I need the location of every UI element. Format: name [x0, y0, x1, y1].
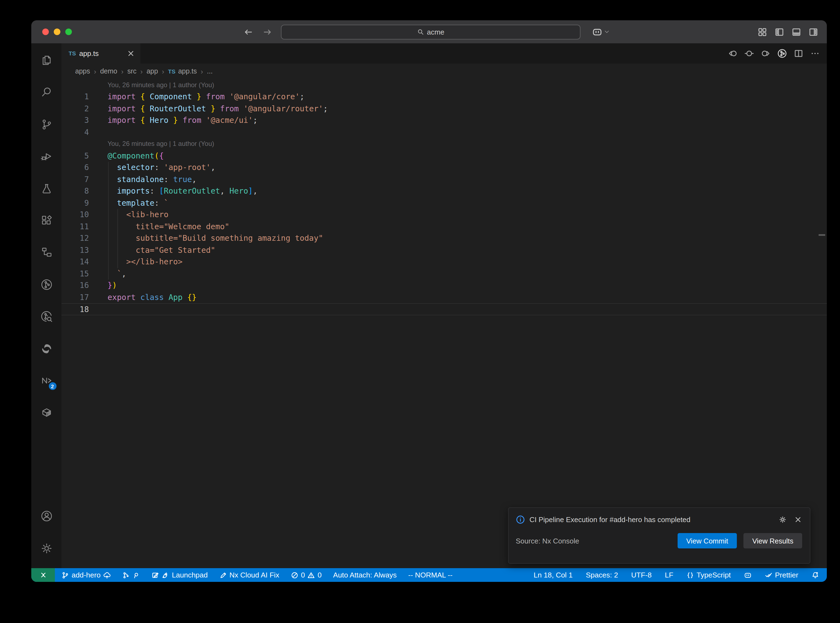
- breadcrumb-item[interactable]: apps: [75, 68, 90, 75]
- remote-indicator[interactable]: [31, 568, 55, 582]
- git-branch-icon: [61, 571, 69, 579]
- toggle-primary-sidebar-icon[interactable]: [775, 27, 784, 37]
- pencil-icon: [219, 571, 227, 579]
- activity-item-graph-search[interactable]: [31, 303, 61, 330]
- status-vim-mode[interactable]: -- NORMAL --: [408, 571, 453, 579]
- status-problems[interactable]: 00: [291, 571, 321, 579]
- customize-layout-icon[interactable]: [758, 27, 767, 37]
- rocket-icon: [162, 571, 169, 579]
- status-cursor-position[interactable]: Ln 18, Col 1: [534, 571, 573, 579]
- status-encoding[interactable]: UTF-8: [631, 571, 652, 579]
- traffic-lights: [42, 20, 72, 43]
- notification-close-icon[interactable]: [794, 516, 802, 524]
- code-line-4: 4: [61, 126, 827, 138]
- breadcrumb-more[interactable]: ...: [207, 68, 213, 75]
- titlebar: acme: [31, 20, 827, 43]
- breadcrumb-item[interactable]: app: [146, 68, 158, 75]
- breadcrumb-separator: ›: [94, 67, 96, 75]
- activity-item-box-3d[interactable]: [31, 399, 61, 426]
- minimize-button[interactable]: [54, 29, 60, 35]
- indent-guide: [108, 162, 108, 280]
- remote-icon: [39, 571, 47, 579]
- code-line-5: 5@Component({: [61, 150, 827, 162]
- code-line-14: 14 ></lib-hero>: [61, 256, 827, 268]
- code-line-16: 16}): [61, 280, 827, 292]
- activity-item-graph-circle[interactable]: [31, 272, 61, 298]
- swirl-icon: [40, 342, 53, 355]
- split-editor-icon[interactable]: [794, 49, 803, 58]
- timeline-forward-icon[interactable]: [761, 49, 770, 58]
- blame-annotation: You, 26 minutes ago | 1 author (You): [61, 138, 827, 150]
- code-line-3: 3import { Hero } from '@acme/ui';: [61, 115, 827, 126]
- search-icon: [417, 28, 424, 35]
- files-icon: [40, 54, 53, 67]
- hierarchy-icon: [40, 246, 53, 259]
- debug-icon: [40, 150, 53, 163]
- status-prettier[interactable]: Prettier: [765, 571, 798, 579]
- code-line-1: 1import { Component } from '@angular/cor…: [61, 91, 827, 103]
- graph-search-icon: [40, 310, 53, 323]
- copilot-menu[interactable]: [592, 20, 610, 43]
- view-commit-button[interactable]: View Commit: [677, 533, 737, 548]
- breadcrumb-separator: ›: [162, 67, 164, 75]
- close-button[interactable]: [42, 29, 49, 35]
- nav-back-button[interactable]: [244, 20, 253, 43]
- typescript-file-icon: TS: [168, 68, 175, 75]
- warning-triangle-icon: [307, 571, 315, 579]
- tab-app-ts[interactable]: TS app.ts: [61, 43, 140, 63]
- breadcrumb-item[interactable]: src: [127, 68, 136, 75]
- activity-item-gear[interactable]: [31, 535, 61, 561]
- indent-guide: [117, 209, 118, 268]
- activity-item-extensions[interactable]: [31, 207, 61, 234]
- nx-badge: 2: [49, 382, 56, 390]
- bell-dot-icon: [811, 571, 819, 579]
- breadcrumb-item[interactable]: demo: [100, 68, 117, 75]
- ellipsis-icon[interactable]: [810, 49, 820, 58]
- editor-group: TS app.ts apps›demo›src›app›TSapp.ts›...…: [61, 43, 827, 568]
- status-notifications-bell[interactable]: [811, 571, 819, 579]
- status-indentation[interactable]: Spaces: 2: [586, 571, 618, 579]
- zoom-button[interactable]: [65, 29, 72, 35]
- notification-settings-icon[interactable]: [779, 516, 787, 524]
- activity-item-nx[interactable]: 2: [31, 367, 61, 394]
- activity-item-source-control[interactable]: [31, 111, 61, 138]
- nav-forward-button[interactable]: [263, 20, 272, 43]
- toggle-secondary-sidebar-icon[interactable]: [809, 27, 818, 37]
- scrollbar-marker[interactable]: [819, 234, 825, 236]
- command-center-search[interactable]: acme: [281, 25, 580, 39]
- notification-toast: CI Pipeline Execution for #add-hero has …: [508, 507, 810, 564]
- status-auto-attach[interactable]: Auto Attach: Always: [333, 571, 397, 579]
- status-copilot-status[interactable]: [744, 571, 752, 579]
- activity-item-account[interactable]: [31, 503, 61, 529]
- activity-item-swirl[interactable]: [31, 335, 61, 362]
- close-tab-icon[interactable]: [127, 49, 135, 58]
- status-branch-indicator[interactable]: add-hero: [61, 571, 111, 579]
- breadcrumb-separator: ›: [140, 67, 143, 75]
- timeline-current-icon[interactable]: [745, 49, 754, 58]
- status-launchpad[interactable]: Launchpad: [152, 571, 208, 579]
- code-line-10: 10 <lib-hero: [61, 209, 827, 221]
- activity-item-beaker[interactable]: [31, 175, 61, 201]
- breadcrumb-separator: ›: [121, 67, 123, 75]
- timeline-back-icon[interactable]: [728, 49, 737, 58]
- activity-item-debug[interactable]: [31, 143, 61, 169]
- status-language[interactable]: TypeScript: [686, 571, 731, 579]
- source-control-icon: [40, 118, 53, 131]
- activity-item-hierarchy[interactable]: [31, 239, 61, 266]
- breadcrumb-file[interactable]: TSapp.ts: [168, 68, 197, 75]
- search-icon: [40, 86, 53, 99]
- tab-label: app.ts: [79, 49, 99, 58]
- code-line-11: 11 title="Welcmoe demo": [61, 221, 827, 233]
- code-line-8: 8 imports: [RouterOutlet, Hero],: [61, 186, 827, 197]
- activity-item-search[interactable]: [31, 79, 61, 106]
- arrow-right-icon: [263, 27, 272, 37]
- status-eol[interactable]: LF: [665, 571, 674, 579]
- git-graph-circle-icon[interactable]: [777, 49, 787, 58]
- activity-item-files[interactable]: [31, 47, 61, 74]
- editor-code-area[interactable]: You, 26 minutes ago | 1 author (You)1imp…: [61, 79, 827, 568]
- status-nx-cloud-ai-fix[interactable]: Nx Cloud AI Fix: [219, 571, 279, 579]
- status-graph-status[interactable]: [122, 571, 140, 579]
- toggle-panel-icon[interactable]: [792, 27, 801, 37]
- view-results-button[interactable]: View Results: [743, 533, 802, 548]
- mini-graph-icon: [122, 571, 130, 579]
